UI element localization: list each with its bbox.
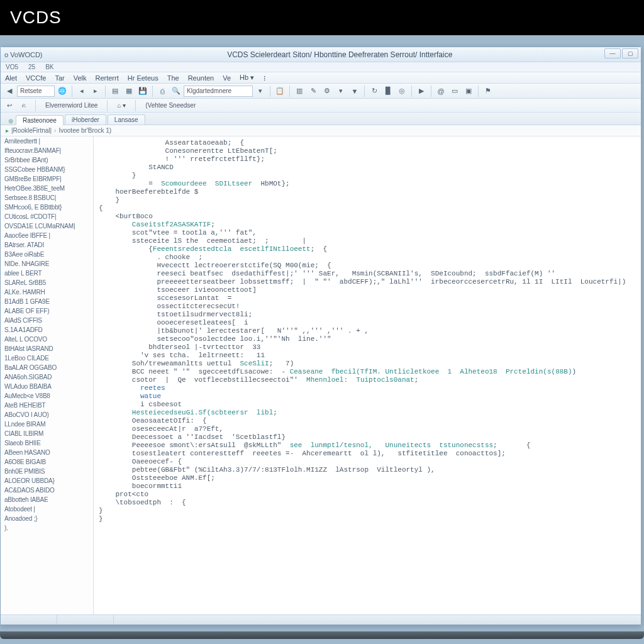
outline-item[interactable]: BtHAlst IASRAND bbox=[1, 344, 93, 353]
outline-item[interactable]: HetrOBee.3B8E_teeM bbox=[1, 184, 93, 193]
code-line[interactable]: Deecessoet a ''Iacdset 'Scetblastfl} bbox=[99, 433, 636, 441]
outline-item[interactable]: GMBreBe EIBRMPF| bbox=[1, 174, 93, 184]
code-line[interactable]: setsecoo"osolectdee loo.i,''"'Nh line.''… bbox=[99, 335, 636, 343]
grid-icon[interactable]: ▥ bbox=[293, 85, 306, 97]
code-line[interactable]: HesteiecedseuGi.Sf(scbteersr libl; bbox=[99, 409, 636, 417]
code-line[interactable]: StANCD bbox=[99, 164, 636, 172]
outline-item[interactable]: SMHcoo6, E BBttbbt} bbox=[1, 203, 93, 212]
code-line[interactable]: \tobsoedtph : { bbox=[99, 499, 636, 507]
undo-icon[interactable]: ↩ bbox=[4, 102, 14, 109]
tab-border[interactable]: iHoberder bbox=[65, 114, 106, 125]
outline-item[interactable]: AC&DAOS ABIDO bbox=[1, 486, 93, 495]
outline-item[interactable]: Ifteuocravr.BANMAF| bbox=[1, 146, 93, 155]
code-line[interactable]: tsoeceer ivieooncettoot] bbox=[99, 286, 636, 294]
toggle-button[interactable]: Elverrerwiord Litee bbox=[43, 102, 100, 109]
outline-item[interactable]: SrBrbbee iBAnt) bbox=[1, 155, 93, 165]
outline-item[interactable]: WLAduo BBAIBA bbox=[1, 382, 93, 391]
play-icon[interactable]: ▶ bbox=[415, 85, 428, 97]
refresh-icon[interactable]: ↻ bbox=[368, 85, 380, 97]
code-line[interactable]: reetes bbox=[99, 384, 636, 392]
code-line[interactable]: tosestleatert conterestteff reeetes =· A… bbox=[99, 450, 636, 458]
outline-item[interactable]: S.1A A1ADFD bbox=[1, 325, 93, 335]
outline-item[interactable]: BaALAR OGGABO bbox=[1, 363, 93, 372]
code-line[interactable]: OeaosaatetOIfi: { bbox=[99, 417, 636, 425]
outline-item[interactable]: Anoadoed ;} bbox=[1, 514, 93, 523]
outline-item[interactable]: Serbsee.8 BSBUC| bbox=[1, 193, 93, 203]
nav-next-icon[interactable]: ▸ bbox=[89, 85, 102, 97]
code-line[interactable]: ossectitcterecsecUt! bbox=[99, 303, 636, 311]
code-line[interactable]: pebtee(GB&Fbt" (%CiltAh3.3)7/7/:813TFlol… bbox=[99, 466, 636, 474]
outline-item[interactable]: CUticosL #CDOTF| bbox=[1, 212, 93, 221]
outline-item[interactable]: Bnh0E PMIBIS bbox=[1, 467, 93, 476]
menu-item[interactable]: Velk bbox=[69, 74, 91, 82]
code-line[interactable]: = Scomourdeee SDILtseer HbMOt}; bbox=[99, 180, 636, 188]
code-line[interactable]: { bbox=[99, 204, 636, 213]
outline-item[interactable]: Atobodeet | bbox=[1, 504, 93, 514]
menu-item[interactable]: Rerterrt bbox=[91, 74, 123, 82]
outline-item[interactable]: aBbotteh IABAE bbox=[1, 495, 93, 504]
chevron-down-icon[interactable]: ▾ bbox=[254, 85, 267, 97]
outline-item[interactable]: Aaoc6ee IBFFE | bbox=[1, 231, 93, 240]
outline-item[interactable]: BAtrser. ATADI bbox=[1, 240, 93, 250]
code-line[interactable]: Hvecectt lectreoererstctife(SQ M00(mie; … bbox=[99, 262, 636, 270]
menu-overflow-icon[interactable]: ⫶ bbox=[258, 74, 271, 82]
back-icon[interactable]: ◀ bbox=[3, 85, 16, 97]
code-line[interactable]: prot<cto bbox=[99, 491, 636, 499]
caret-down-icon[interactable]: ▼ bbox=[348, 85, 361, 97]
outline-sidebar[interactable]: Arniteedtertt |Ifteuocravr.BANMAF|SrBrbb… bbox=[1, 136, 94, 614]
code-line[interactable]: Oaeeoecef- { bbox=[99, 458, 636, 466]
outline-item[interactable]: ALOEOR UBBDA} bbox=[1, 476, 93, 486]
titlebar[interactable]: o VoWOCD) VCDS Scielerdeart Siton/ Hbont… bbox=[1, 47, 641, 62]
dropdown-icon[interactable]: ▾ bbox=[335, 85, 347, 97]
outline-item[interactable]: ALABE OF EFF) bbox=[1, 306, 93, 316]
flag-icon[interactable]: ⚑ bbox=[482, 85, 494, 97]
code-line[interactable]: 'v ses tcha. leltrneett: 11 bbox=[99, 352, 636, 360]
breadcrumb-item[interactable]: Ivootee br'Brock 1) bbox=[58, 127, 111, 134]
outline-item[interactable]: LLndee BIRAM bbox=[1, 419, 93, 429]
nav-prev-icon[interactable]: ◂ bbox=[75, 85, 88, 97]
outline-item[interactable]: ). bbox=[1, 523, 93, 533]
maximize-button[interactable]: ▢ bbox=[622, 48, 638, 58]
code-line[interactable]: csotor | Qe votflecebstillecseectoi"' Mh… bbox=[99, 376, 636, 384]
code-line[interactable]: Soh/treweamanltts uettul SceSliI; 7) bbox=[99, 360, 636, 368]
outline-item[interactable]: ALKe. HAMRH bbox=[1, 287, 93, 297]
outline-item[interactable]: SSGCobee HBBANM} bbox=[1, 165, 93, 174]
code-line[interactable]: Conesonerentte LtEbeatenT[; bbox=[99, 147, 636, 155]
folder-icon[interactable]: ▦ bbox=[123, 85, 135, 97]
toolbar-input-small[interactable] bbox=[17, 86, 55, 97]
code-line[interactable]: bhdterseol |-tvrtecttor 33 bbox=[99, 343, 636, 352]
tab-resources[interactable]: Rasteonoee bbox=[16, 115, 64, 125]
code-line[interactable]: Asseartataoeaab; { bbox=[99, 139, 636, 147]
globe-icon[interactable]: 🌐 bbox=[56, 85, 69, 97]
at-icon[interactable]: @ bbox=[435, 85, 447, 97]
code-line[interactable]: watue bbox=[99, 392, 636, 401]
outline-item[interactable]: AuMecb<e V8B8 bbox=[1, 391, 93, 401]
window-icon[interactable]: ▭ bbox=[448, 85, 461, 97]
menu-item[interactable]: VCCfe bbox=[21, 74, 50, 82]
code-line[interactable]: Caseitstf2ASASKATIF; bbox=[99, 221, 636, 229]
clipboard-icon[interactable]: 📋 bbox=[274, 85, 286, 97]
breadcrumb-item[interactable]: |RookleFirtnal| bbox=[11, 127, 52, 134]
plus-icon[interactable]: ⊕ bbox=[8, 118, 13, 125]
code-line[interactable]: Peeeesoe smont\:ersAtsull @skMLLth" see … bbox=[99, 441, 636, 450]
menu-item[interactable]: Alet bbox=[1, 74, 21, 82]
print-icon[interactable]: ⎙ bbox=[156, 85, 169, 97]
minimize-button[interactable]: — bbox=[604, 48, 621, 58]
code-line[interactable]: i csbeesot bbox=[99, 401, 636, 409]
menu-item[interactable]: Hr Eeteus bbox=[123, 74, 163, 82]
code-line[interactable]: |tb&bunot|' lerectestarer[ N'''" ,,''' ,… bbox=[99, 327, 636, 335]
code-line[interactable]: reeseci beatfsec dsedathiffest|;' ''' Sa… bbox=[99, 270, 636, 278]
code-line[interactable]: ssteceite lS the ceemeotiaet; ; | bbox=[99, 237, 636, 245]
outline-item[interactable]: Slaeob BHIIE bbox=[1, 438, 93, 448]
book-icon[interactable]: ▉ bbox=[382, 85, 394, 97]
pencil-icon[interactable]: ✎ bbox=[307, 85, 319, 97]
code-line[interactable]: boecormmtti1 bbox=[99, 482, 636, 491]
code-line[interactable]: tstoetilsudrmervect8li; bbox=[99, 311, 636, 319]
outline-item[interactable]: Arniteedtertt | bbox=[1, 136, 93, 146]
outline-item[interactable]: SLAReL SrBB5 bbox=[1, 278, 93, 287]
code-line[interactable]: oseseceecAt|r a7?Eft, bbox=[99, 425, 636, 433]
outline-item[interactable]: A6O8E BIGAIB bbox=[1, 457, 93, 467]
code-line[interactable]: scot"vtee = tootla a,''' fat", bbox=[99, 229, 636, 237]
code-line[interactable]: } bbox=[99, 507, 636, 515]
code-line[interactable]: . chooke ; bbox=[99, 253, 636, 262]
